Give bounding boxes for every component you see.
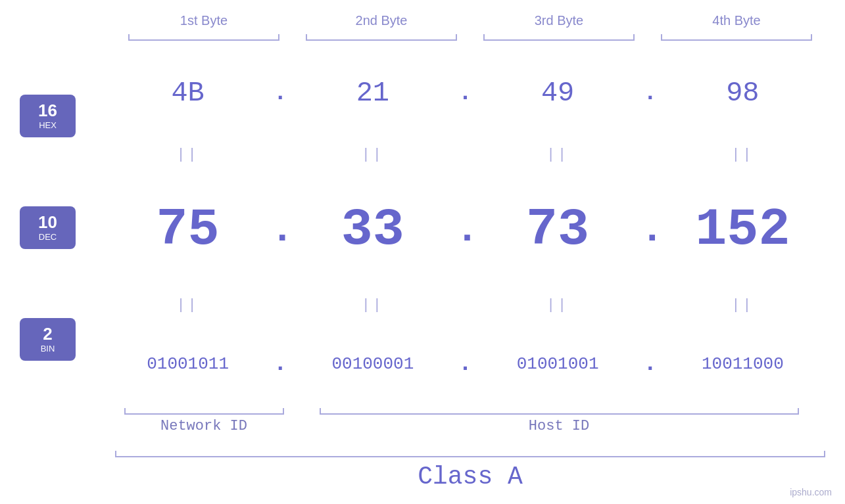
- byte2-header: 2nd Byte: [293, 13, 470, 28]
- equals-5: ||: [105, 297, 270, 313]
- dot-hex-3: .: [640, 80, 660, 106]
- equals-8: ||: [660, 297, 825, 313]
- dot-dec-3: .: [640, 208, 660, 252]
- dec-name: DEC: [39, 232, 57, 242]
- dot-bin-1: .: [270, 351, 290, 377]
- byte4-header: 4th Byte: [648, 13, 825, 28]
- class-bracket-line: [115, 456, 825, 457]
- bracket-line-2: [306, 39, 457, 41]
- values-grid: 4B . 21 . 49 . 98 || || || || 75: [105, 60, 825, 395]
- equals-3: ||: [475, 147, 640, 163]
- bracket-3: [470, 34, 648, 47]
- bin-byte3: 01001001: [475, 354, 640, 374]
- dot-dec-1: .: [270, 208, 290, 252]
- bin-byte1: 01001011: [105, 354, 270, 374]
- bracket-line-3: [483, 39, 635, 41]
- main-container: 1st Byte 2nd Byte 3rd Byte 4th Byte 16 H…: [0, 0, 845, 504]
- equals-1: ||: [105, 147, 270, 163]
- dec-badge: 10 DEC: [20, 206, 76, 249]
- hex-number: 16: [38, 102, 57, 119]
- network-id-label: Network ID: [115, 418, 293, 434]
- bin-byte4: 10011000: [660, 354, 825, 374]
- byte3-header: 3rd Byte: [470, 13, 648, 28]
- base-labels: 16 HEX 10 DEC 2 BIN: [20, 60, 105, 395]
- dot-hex-1: .: [270, 80, 290, 106]
- byte1-header: 1st Byte: [115, 13, 293, 28]
- dec-number: 10: [38, 214, 57, 231]
- hex-name: HEX: [39, 120, 57, 130]
- dot-dec-2: .: [456, 208, 475, 252]
- dec-byte3: 73: [475, 200, 640, 260]
- bin-badge: 2 BIN: [20, 318, 76, 361]
- bottom-labels: Network ID Host ID: [115, 418, 825, 434]
- bracket-4: [648, 34, 825, 47]
- bin-row: 01001011 . 00100001 . 01001001 . 1001100…: [105, 351, 825, 377]
- host-bracket: [293, 401, 825, 415]
- dec-byte1: 75: [105, 200, 270, 260]
- bracket-1: [115, 34, 293, 47]
- bottom-brackets: [115, 401, 825, 415]
- equals-row-2: || || || ||: [105, 296, 825, 315]
- equals-6: ||: [290, 297, 455, 313]
- content-area: 16 HEX 10 DEC 2 BIN 4B . 21 . 49 . 98: [20, 60, 825, 395]
- hex-badge: 16 HEX: [20, 95, 76, 137]
- bin-number: 2: [43, 325, 52, 342]
- dot-bin-3: .: [640, 351, 660, 377]
- equals-2: ||: [290, 147, 455, 163]
- dec-byte2: 33: [290, 200, 455, 260]
- equals-4: ||: [660, 147, 825, 163]
- host-id-label: Host ID: [293, 418, 825, 434]
- class-label: Class A: [115, 463, 825, 491]
- dec-row: 75 . 33 . 73 . 152: [105, 200, 825, 260]
- bracket-2: [293, 34, 470, 47]
- byte-headers: 1st Byte 2nd Byte 3rd Byte 4th Byte: [20, 13, 825, 28]
- hex-byte4: 98: [660, 78, 825, 109]
- hex-byte3: 49: [475, 78, 640, 109]
- bracket-line-1: [128, 39, 279, 41]
- host-bracket-line: [320, 413, 799, 415]
- dot-bin-2: .: [456, 351, 475, 377]
- hex-row: 4B . 21 . 49 . 98: [105, 78, 825, 109]
- bracket-line-4: [661, 39, 812, 41]
- class-bracket-row: [115, 444, 825, 457]
- hex-byte2: 21: [290, 78, 455, 109]
- bin-name: BIN: [41, 344, 55, 354]
- top-bracket-row: [20, 34, 825, 47]
- hex-byte1: 4B: [105, 78, 270, 109]
- equals-7: ||: [475, 297, 640, 313]
- dot-hex-2: .: [456, 80, 475, 106]
- network-bracket-line: [124, 413, 284, 415]
- watermark: ipshu.com: [790, 487, 832, 497]
- dec-byte4: 152: [660, 200, 825, 260]
- equals-row-1: || || || ||: [105, 145, 825, 164]
- bottom-section: Network ID Host ID Class A: [20, 401, 825, 491]
- bin-byte2: 00100001: [290, 354, 455, 374]
- network-bracket: [115, 401, 293, 415]
